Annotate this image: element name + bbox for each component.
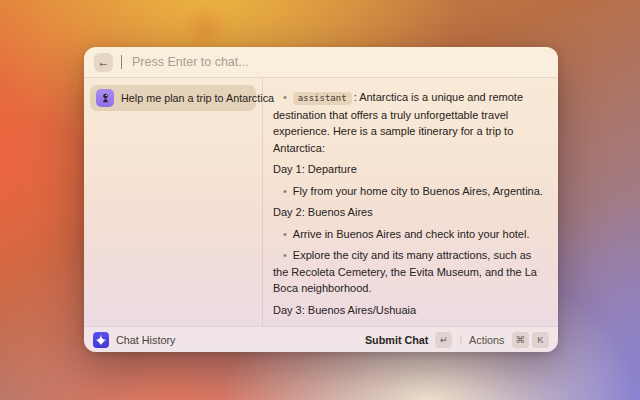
sidebar-item-antarctica-chat[interactable]: Help me plan a trip to Antarctica — [90, 85, 256, 111]
status-bar: Chat History Submit Chat ↵ | Actions ⌘K — [84, 326, 558, 352]
back-button[interactable]: ← — [94, 53, 113, 72]
raycast-glyph-icon — [96, 335, 106, 345]
back-arrow-icon: ← — [98, 55, 110, 69]
bullet-dot: • — [283, 228, 287, 240]
chat-list-sidebar: Help me plan a trip to Antarctica — [84, 78, 262, 326]
bullet-dot: • — [283, 249, 287, 261]
chat-history-button[interactable]: Chat History — [116, 334, 175, 346]
submit-chat-button[interactable]: Submit Chat — [365, 334, 429, 346]
return-key-badge[interactable]: ↵ — [435, 332, 452, 348]
sidebar-item-label: Help me plan a trip to Antarctica — [121, 92, 274, 104]
itinerary-sections: Day 1: Departure•Fly from your home city… — [273, 161, 546, 326]
actions-button[interactable]: Actions — [469, 334, 504, 346]
itinerary-bullet: •Arrive in Buenos Aires and check into y… — [273, 226, 546, 243]
window-body: Help me plan a trip to Antarctica •assis… — [84, 78, 558, 326]
text-caret — [121, 55, 122, 69]
app-logo-icon — [93, 332, 109, 348]
chat-input[interactable]: Press Enter to chat... — [132, 55, 249, 69]
day-heading: Day 2: Buenos Aires — [273, 204, 546, 221]
pin-figure-icon — [100, 93, 111, 104]
bullet-dot: • — [283, 185, 287, 197]
chat-transcript: •assistant: Antarctica is a unique and r… — [262, 78, 558, 326]
itinerary-bullet: •Fly from your home city to Buenos Aires… — [273, 183, 546, 200]
key-badge[interactable]: K — [532, 332, 549, 348]
assistant-message-intro: •assistant: Antarctica is a unique and r… — [273, 89, 546, 156]
day-heading: Day 3: Buenos Aires/Ushuaia — [273, 302, 546, 319]
chat-avatar-icon — [96, 89, 114, 107]
key-badge[interactable]: ⌘ — [512, 332, 530, 348]
footer-divider: | — [459, 334, 462, 345]
actions-key-badges: ⌘K — [512, 332, 550, 348]
chat-window: ← Press Enter to chat... Help me plan a … — [84, 47, 558, 352]
bullet-dot: • — [283, 91, 287, 103]
day-heading: Day 1: Departure — [273, 161, 546, 178]
assistant-role-badge: assistant — [293, 92, 352, 105]
titlebar: ← Press Enter to chat... — [84, 47, 558, 78]
itinerary-bullet: •Explore the city and its many attractio… — [273, 247, 546, 297]
